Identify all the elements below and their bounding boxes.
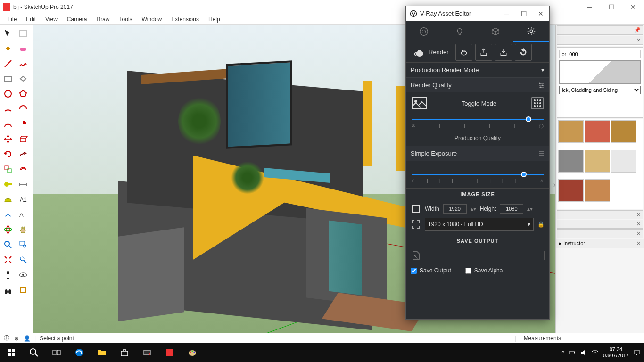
quality-slider[interactable]: ✼||||◯ bbox=[406, 114, 549, 133]
3d-viewport[interactable] bbox=[33, 25, 644, 333]
vray-title-bar[interactable]: V-Ray Asset Editor ─ ☐ ✕ bbox=[406, 6, 549, 21]
paint-taskbar-icon[interactable] bbox=[181, 343, 204, 362]
reset-button[interactable] bbox=[515, 44, 532, 61]
clock[interactable]: 07.3403/07/2017 bbox=[603, 346, 629, 359]
vray-tab-settings[interactable] bbox=[513, 21, 549, 42]
circle-tool[interactable] bbox=[1, 87, 15, 101]
zoom-tool[interactable] bbox=[1, 238, 15, 252]
start-button[interactable] bbox=[0, 343, 23, 362]
vray-maximize[interactable]: ☐ bbox=[515, 10, 532, 17]
paint-bucket-tool[interactable] bbox=[1, 41, 15, 56]
import-button[interactable] bbox=[495, 44, 512, 61]
pan-tool[interactable] bbox=[16, 222, 30, 237]
tray-slot[interactable]: ✕ bbox=[557, 220, 643, 228]
vray-tab-lights[interactable] bbox=[442, 21, 478, 42]
material-name-input[interactable] bbox=[559, 50, 641, 58]
swatch[interactable] bbox=[585, 150, 610, 173]
select-tool[interactable] bbox=[1, 26, 15, 41]
tray-header-1[interactable]: 📌 bbox=[557, 25, 643, 35]
render-button[interactable]: Render bbox=[410, 45, 453, 59]
3point-arc-tool[interactable] bbox=[1, 117, 15, 131]
pin-icon[interactable]: 📌 bbox=[634, 27, 641, 33]
tray-expand-icon[interactable]: ^ bbox=[562, 350, 564, 355]
protractor-tool[interactable] bbox=[1, 192, 15, 206]
swatch[interactable] bbox=[558, 120, 584, 143]
recorder-taskbar-icon[interactable] bbox=[136, 343, 158, 362]
user-icon[interactable]: 👤 bbox=[24, 335, 31, 342]
render-mode-dropdown[interactable]: Production Render Mode▾ bbox=[406, 63, 549, 78]
menu-edit[interactable]: Edit bbox=[21, 15, 41, 24]
offset-tool[interactable] bbox=[16, 162, 30, 176]
maximize-button[interactable]: ☐ bbox=[601, 0, 622, 14]
text-tool[interactable]: A1 bbox=[16, 192, 30, 206]
rotated-rectangle-tool[interactable] bbox=[16, 72, 30, 86]
orbit-tool[interactable] bbox=[1, 222, 15, 237]
previous-view-tool[interactable] bbox=[16, 253, 30, 267]
save-output-checkbox[interactable]: Save Output bbox=[411, 267, 451, 274]
make-component-tool[interactable] bbox=[16, 26, 30, 41]
battery-icon[interactable] bbox=[569, 349, 576, 356]
vray-close[interactable]: ✕ bbox=[532, 10, 549, 17]
crop-icon[interactable] bbox=[411, 204, 421, 214]
task-view-button[interactable] bbox=[45, 343, 68, 362]
wifi-icon[interactable] bbox=[592, 349, 598, 356]
swatch[interactable] bbox=[611, 120, 636, 143]
menu-view[interactable]: View bbox=[41, 15, 62, 24]
render-quality-section[interactable]: Render Quality bbox=[406, 78, 549, 92]
search-button[interactable] bbox=[23, 343, 45, 362]
pie-tool[interactable] bbox=[16, 117, 30, 131]
swatch[interactable] bbox=[558, 150, 584, 173]
menu-tools[interactable]: Tools bbox=[115, 15, 137, 24]
geo-icon[interactable]: ⊕ bbox=[14, 335, 19, 342]
menu-file[interactable]: File bbox=[3, 15, 21, 24]
volume-icon[interactable] bbox=[580, 349, 587, 356]
rectangle-tool[interactable] bbox=[1, 72, 15, 86]
pushpull-tool[interactable] bbox=[16, 132, 30, 146]
vray-tab-geometry[interactable] bbox=[478, 21, 513, 42]
swatch[interactable] bbox=[558, 179, 584, 202]
swatch[interactable] bbox=[585, 179, 610, 202]
menu-window[interactable]: Window bbox=[137, 15, 167, 24]
followme-tool[interactable] bbox=[16, 147, 30, 161]
output-path-input[interactable] bbox=[425, 251, 545, 260]
instructor-panel[interactable]: ▸ Instructor✕ bbox=[556, 239, 644, 248]
axes-tool[interactable] bbox=[1, 207, 15, 222]
store-taskbar-icon[interactable] bbox=[113, 343, 136, 362]
scale-tool[interactable] bbox=[1, 162, 15, 176]
material-category-select[interactable]: ick, Cladding and Siding bbox=[559, 86, 641, 94]
zoom-extents-tool[interactable] bbox=[1, 253, 15, 267]
close-button[interactable]: ✕ bbox=[622, 0, 644, 14]
menu-draw[interactable]: Draw bbox=[92, 15, 115, 24]
tray-slot[interactable]: ✕ bbox=[557, 229, 643, 238]
swatch[interactable] bbox=[585, 120, 610, 143]
2point-arc-tool[interactable] bbox=[16, 102, 30, 116]
line-tool[interactable] bbox=[1, 57, 15, 71]
height-input[interactable] bbox=[500, 204, 523, 214]
arc-tool[interactable] bbox=[1, 102, 15, 116]
menu-help[interactable]: Help bbox=[204, 15, 225, 24]
walk-tool[interactable] bbox=[1, 283, 15, 297]
vray-minimize[interactable]: ─ bbox=[498, 10, 515, 17]
exposure-slider[interactable]: ☾|||||||||☀ bbox=[406, 169, 549, 188]
look-around-tool[interactable] bbox=[16, 268, 30, 282]
measurements-input[interactable] bbox=[565, 335, 640, 342]
eraser-tool[interactable] bbox=[16, 41, 30, 56]
swatch[interactable] bbox=[611, 150, 636, 173]
sketchup-taskbar-icon[interactable] bbox=[158, 343, 181, 362]
export-button[interactable] bbox=[475, 44, 492, 61]
zoom-window-tool[interactable] bbox=[16, 238, 30, 252]
tape-measure-tool[interactable] bbox=[1, 177, 15, 191]
help-icon[interactable]: ⓘ bbox=[4, 334, 9, 342]
vray-tab-materials[interactable] bbox=[406, 21, 442, 42]
notifications-icon[interactable] bbox=[634, 349, 640, 356]
polygon-tool[interactable] bbox=[16, 87, 30, 101]
interactive-render-button[interactable] bbox=[455, 44, 472, 61]
exposure-section[interactable]: Simple Exposure bbox=[406, 146, 549, 161]
toggle-grid-icon[interactable] bbox=[531, 97, 544, 109]
expand-arrow-icon[interactable]: › bbox=[553, 181, 556, 189]
rotate-tool[interactable] bbox=[1, 147, 15, 161]
freehand-tool[interactable] bbox=[16, 57, 30, 71]
minimize-button[interactable]: ─ bbox=[579, 0, 601, 14]
menu-extensions[interactable]: Extensions bbox=[166, 15, 204, 24]
move-tool[interactable] bbox=[1, 132, 15, 146]
